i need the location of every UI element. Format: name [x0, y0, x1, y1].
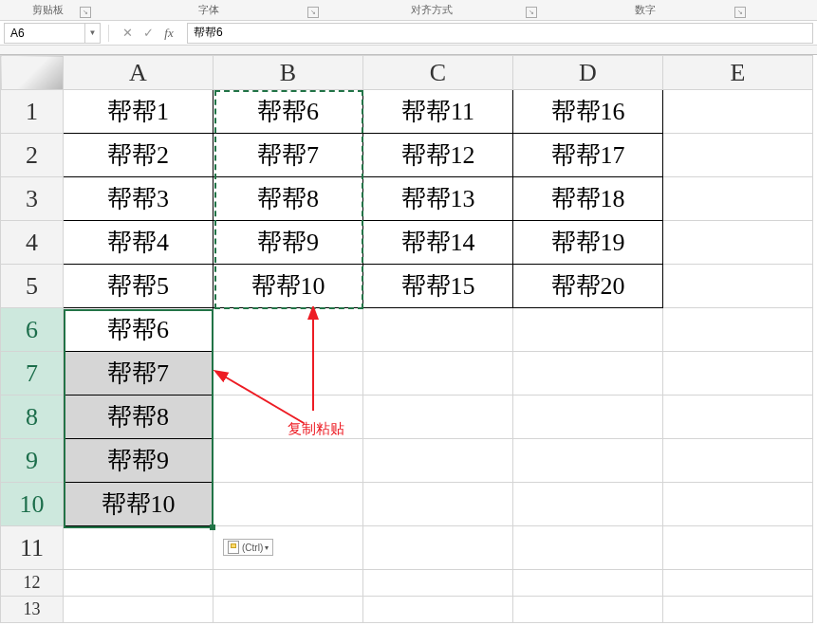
- cell[interactable]: [214, 352, 363, 396]
- row-header[interactable]: 7: [1, 352, 64, 396]
- cell[interactable]: [513, 439, 663, 483]
- cell[interactable]: [663, 308, 813, 352]
- cell[interactable]: 帮帮2: [64, 134, 214, 177]
- dialog-launcher-icon[interactable]: [307, 7, 319, 18]
- dialog-launcher-icon[interactable]: [526, 7, 537, 18]
- cell[interactable]: 帮帮3: [64, 177, 214, 221]
- cell[interactable]: [363, 597, 513, 623]
- cell[interactable]: 帮帮5: [64, 265, 214, 308]
- cell[interactable]: [64, 526, 214, 570]
- cell[interactable]: [663, 439, 813, 483]
- cell[interactable]: [663, 396, 813, 439]
- paste-options-button[interactable]: (Ctrl) ▾: [223, 539, 273, 556]
- row-header[interactable]: 12: [1, 570, 64, 597]
- cell[interactable]: 帮帮9: [214, 221, 363, 265]
- ribbon-group-number: 数字: [541, 0, 750, 20]
- cell[interactable]: [214, 570, 363, 597]
- dialog-launcher-icon[interactable]: [734, 7, 746, 18]
- cell[interactable]: [663, 221, 813, 265]
- cell[interactable]: 帮帮6: [64, 308, 214, 352]
- dialog-launcher-icon[interactable]: [80, 7, 91, 18]
- cell[interactable]: [363, 308, 513, 352]
- col-header-E[interactable]: E: [663, 56, 813, 90]
- cell[interactable]: 帮帮10: [214, 265, 363, 308]
- col-header-B[interactable]: B: [214, 56, 363, 90]
- row-header[interactable]: 2: [1, 134, 64, 177]
- row-header[interactable]: 4: [1, 221, 64, 265]
- ribbon-group-alignment: 对齐方式: [323, 0, 541, 20]
- cell[interactable]: 帮帮7: [214, 134, 363, 177]
- cell[interactable]: [663, 597, 813, 623]
- cell[interactable]: [214, 439, 363, 483]
- select-all-corner[interactable]: [1, 56, 64, 90]
- name-box-dropdown-icon[interactable]: ▼: [85, 23, 101, 44]
- cell[interactable]: [214, 396, 363, 439]
- cell[interactable]: 帮帮13: [363, 177, 513, 221]
- cell[interactable]: [64, 570, 214, 597]
- cell[interactable]: [513, 526, 663, 570]
- cell[interactable]: 帮帮12: [363, 134, 513, 177]
- cell[interactable]: 帮帮11: [363, 90, 513, 134]
- cell[interactable]: [513, 597, 663, 623]
- row-header[interactable]: 6: [1, 308, 64, 352]
- col-header-C[interactable]: C: [363, 56, 513, 90]
- cell[interactable]: [363, 352, 513, 396]
- cell[interactable]: [513, 570, 663, 597]
- cell[interactable]: 帮帮8: [214, 177, 363, 221]
- cell[interactable]: [663, 265, 813, 308]
- cell[interactable]: 帮帮20: [513, 265, 663, 308]
- row-header[interactable]: 1: [1, 90, 64, 134]
- cell[interactable]: [214, 597, 363, 623]
- cell[interactable]: [363, 396, 513, 439]
- cell[interactable]: [663, 90, 813, 134]
- row-header[interactable]: 3: [1, 177, 64, 221]
- cell[interactable]: [363, 483, 513, 526]
- cell[interactable]: 帮帮1: [64, 90, 214, 134]
- cell[interactable]: [513, 483, 663, 526]
- cell[interactable]: 帮帮4: [64, 221, 214, 265]
- formula-input[interactable]: 帮帮6: [187, 23, 813, 44]
- row-header[interactable]: 11: [1, 526, 64, 570]
- cell[interactable]: [513, 396, 663, 439]
- col-header-A[interactable]: A: [64, 56, 214, 90]
- row-header[interactable]: 5: [1, 265, 64, 308]
- row-header[interactable]: 13: [1, 597, 64, 623]
- cell[interactable]: 帮帮14: [363, 221, 513, 265]
- cell[interactable]: 帮帮19: [513, 221, 663, 265]
- cell[interactable]: 帮帮10: [64, 483, 214, 526]
- cell[interactable]: [663, 177, 813, 221]
- confirm-icon[interactable]: ✓: [138, 26, 158, 40]
- cell[interactable]: [513, 308, 663, 352]
- ribbon-group-font: 字体: [95, 0, 323, 20]
- cell[interactable]: 帮帮15: [363, 265, 513, 308]
- cancel-icon[interactable]: ✕: [117, 26, 138, 40]
- cell[interactable]: [64, 597, 214, 623]
- cell[interactable]: 帮帮17: [513, 134, 663, 177]
- cell[interactable]: 帮帮18: [513, 177, 663, 221]
- row-header[interactable]: 8: [1, 396, 64, 439]
- cell[interactable]: [513, 352, 663, 396]
- cell[interactable]: [663, 134, 813, 177]
- cell[interactable]: [663, 483, 813, 526]
- row-header[interactable]: 10: [1, 483, 64, 526]
- cell[interactable]: [214, 308, 363, 352]
- col-header-D[interactable]: D: [513, 56, 663, 90]
- spreadsheet-grid[interactable]: A B C D E 1 帮帮1 帮帮6 帮帮11 帮帮16 2 帮帮2 帮帮7 …: [0, 55, 817, 623]
- cell[interactable]: 帮帮7: [64, 352, 214, 396]
- fx-icon[interactable]: fx: [158, 26, 179, 41]
- row-header[interactable]: 9: [1, 439, 64, 483]
- cell[interactable]: [663, 526, 813, 570]
- cell[interactable]: [663, 352, 813, 396]
- cell[interactable]: [363, 570, 513, 597]
- cell[interactable]: 帮帮16: [513, 90, 663, 134]
- cell[interactable]: 帮帮9: [64, 439, 214, 483]
- clipboard-icon: [228, 541, 239, 554]
- cell[interactable]: [363, 439, 513, 483]
- cell[interactable]: 帮帮8: [64, 396, 214, 439]
- formula-bar: A6 ▼ ✕ ✓ fx 帮帮6: [0, 21, 817, 46]
- cell[interactable]: 帮帮6: [214, 90, 363, 134]
- cell[interactable]: [663, 570, 813, 597]
- cell[interactable]: [214, 483, 363, 526]
- name-box[interactable]: A6: [4, 23, 85, 44]
- cell[interactable]: [363, 526, 513, 570]
